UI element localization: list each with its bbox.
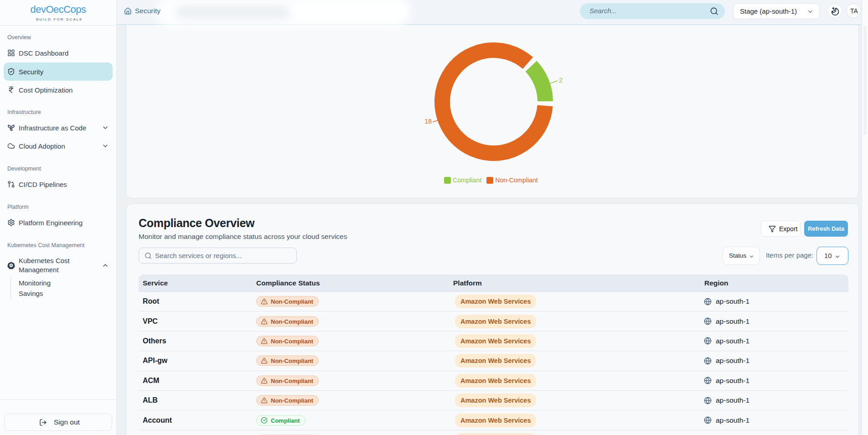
svg-text:2: 2 [559, 77, 563, 84]
svg-text:18: 18 [424, 118, 432, 125]
